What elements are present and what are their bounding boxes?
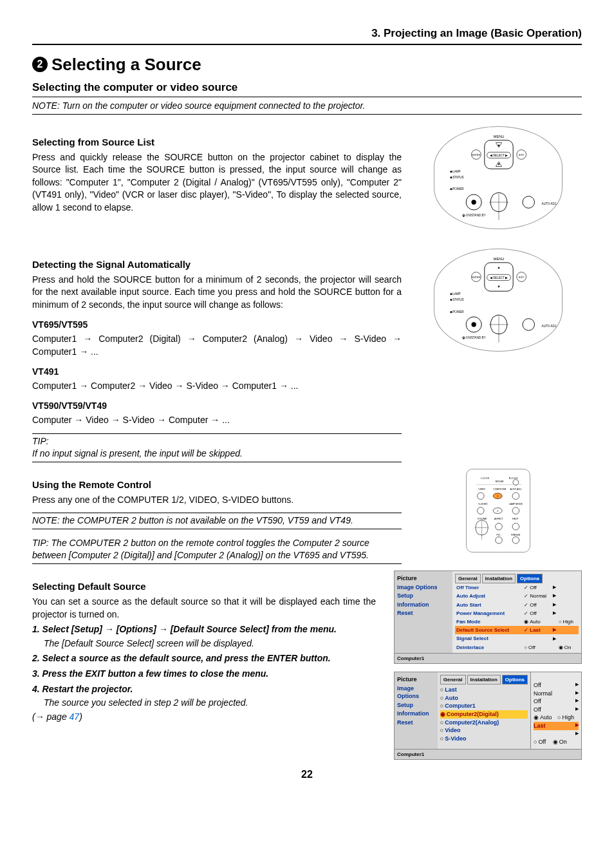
step-4-desc: The source you selected in step 2 will b… — [44, 697, 376, 710]
svg-text:L-CLICK: L-CLICK — [481, 477, 490, 480]
tab-installation[interactable]: Installation — [482, 574, 516, 583]
svg-text:◆STATUS: ◆STATUS — [450, 176, 464, 179]
svg-point-53 — [478, 507, 485, 514]
nav-reset-2[interactable]: Reset — [397, 719, 435, 727]
menu-screenshot-options: Picture Image Options Setup Information … — [394, 571, 582, 664]
opt-auto[interactable]: Auto — [440, 694, 528, 703]
label-menu: MENU — [494, 135, 504, 138]
step-2: 2. Select a source as the default source… — [32, 652, 376, 665]
opt-svideo[interactable]: S-Video — [440, 735, 528, 743]
svg-text:R-CLICK: R-CLICK — [509, 477, 519, 480]
svg-text:PIC.: PIC. — [496, 534, 501, 536]
svg-text:FREEZE: FREEZE — [511, 534, 521, 536]
svg-text:◆LAMP: ◆LAMP — [450, 292, 461, 295]
auto-detect-heading: Detecting the Signal Automatically — [32, 258, 402, 271]
page-ref: (→ page 47) — [32, 711, 376, 724]
svg-text:⏻ ON/STAND BY: ⏻ ON/STAND BY — [462, 214, 486, 217]
default-source-intro: You can set a source as the default sour… — [32, 596, 376, 621]
note-text: NOTE: Turn on the computer or video sour… — [32, 100, 582, 115]
svg-text:▲: ▲ — [497, 265, 501, 269]
section-number-badge: 2 — [32, 57, 48, 72]
opt-last[interactable]: Last — [440, 686, 528, 694]
nav-information-2[interactable]: Information — [397, 710, 435, 718]
chapter-header: 3. Projecting an Image (Basic Operation) — [32, 26, 582, 45]
nav-information[interactable]: Information — [397, 601, 450, 609]
opt-c2d[interactable]: Computer2(Digital) — [440, 710, 528, 719]
tab-options[interactable]: Options — [517, 574, 543, 583]
svg-point-66 — [496, 536, 503, 543]
nav-setup[interactable]: Setup — [397, 592, 450, 600]
svg-text:◀ SELECT ▶: ◀ SELECT ▶ — [490, 153, 508, 156]
svg-text:LAMP MODE: LAMP MODE — [509, 503, 523, 505]
svg-point-67 — [512, 536, 519, 543]
svg-text:AUTO ADJ.: AUTO ADJ. — [542, 324, 557, 327]
svg-text:COMPUTER: COMPUTER — [493, 488, 507, 491]
svg-text:EXIT: EXIT — [519, 153, 525, 156]
svg-text:HELP: HELP — [512, 518, 519, 520]
remote-body: Press any one of the COMPUTER 1/2, VIDEO… — [32, 494, 402, 507]
nav-image-options[interactable]: Image Options — [397, 583, 450, 592]
svg-text:◆STATUS: ◆STATUS — [450, 298, 464, 301]
nav-picture-2[interactable]: Picture — [397, 675, 435, 684]
remote-note: NOTE: the COMPUTER 2 button is not avail… — [32, 513, 402, 529]
model-vt695-heading: VT695/VT595 — [32, 319, 402, 332]
svg-text:▲: ▲ — [497, 143, 501, 147]
tip-box-1: TIP: If no input signal is present, the … — [32, 433, 402, 462]
svg-text:MENU: MENU — [494, 257, 504, 261]
svg-text:S-VIDEO: S-VIDEO — [478, 503, 488, 505]
page-number: 22 — [32, 768, 582, 782]
svg-text:VOLUME: VOLUME — [478, 518, 488, 520]
subsection-heading: Selecting the computer or video source — [32, 80, 582, 97]
svg-text:ENTER: ENTER — [472, 153, 481, 156]
main-title: 2 Selecting a Source — [32, 53, 582, 76]
svg-point-56 — [512, 507, 519, 514]
svg-text:MOUSE: MOUSE — [496, 480, 505, 483]
svg-text:◆POWER: ◆POWER — [450, 310, 464, 313]
menu-nav-2: Picture Image Options Setup Information … — [395, 672, 438, 749]
opt-video[interactable]: Video — [440, 726, 528, 735]
nav-image-options-2[interactable]: Image Options — [397, 684, 435, 701]
step-1-desc: The [Default Source Select] screen will … — [44, 637, 376, 650]
svg-point-37 — [523, 318, 535, 330]
svg-text:▼: ▼ — [497, 284, 501, 288]
tab-general[interactable]: General — [455, 574, 481, 583]
menu-footer-2: Computer1 — [395, 749, 581, 759]
svg-text:2: 2 — [497, 509, 499, 513]
remote-heading: Using the Remote Control — [32, 478, 402, 491]
svg-point-50 — [512, 493, 519, 500]
opt-c2a[interactable]: Computer2(Analog) — [440, 719, 528, 727]
source-list-heading: Selecting from Source List — [32, 135, 402, 149]
svg-text:AUTO ADJ.: AUTO ADJ. — [542, 202, 557, 205]
svg-text:VIDEO: VIDEO — [478, 488, 485, 491]
nav-reset[interactable]: Reset — [397, 609, 450, 618]
svg-text:EXIT: EXIT — [519, 276, 525, 278]
svg-text:▼: ▼ — [497, 162, 501, 165]
options-table: Off TimerOff Auto AdjustNormal Auto Star… — [455, 583, 579, 652]
svg-text:◆POWER: ◆POWER — [450, 187, 464, 191]
step-1: 1. Select [Setup] → [Options] → [Default… — [32, 623, 376, 636]
svg-point-13 — [471, 200, 476, 204]
auto-detect-body: Press and hold the SOURCE button for a m… — [32, 274, 402, 312]
model-vt491-heading: VT491 — [32, 366, 402, 379]
remote-control-diagram: L-CLICK R-CLICK MOUSE VIDEO COMPUTER AUT… — [466, 469, 530, 552]
menu-tabs: General Installation Options — [455, 572, 579, 583]
svg-point-62 — [496, 523, 503, 530]
model-vt695-seq: Computer1 → Computer2 (Digital) → Comput… — [32, 333, 402, 358]
source-list-body: Press and quickly release the SOURCE but… — [32, 151, 402, 214]
svg-text:◆LAMP: ◆LAMP — [450, 169, 461, 173]
remote-tip: TIP: The COMPUTER 2 button on the remote… — [32, 536, 402, 564]
menu-footer: Computer1 — [395, 653, 581, 663]
nav-setup-2[interactable]: Setup — [397, 701, 435, 710]
step-4: 4. Restart the projector. — [32, 683, 376, 696]
projector-panel-diagram-2: MENU ◀ SELECT ▶ ▲ ▼ ENTER EXIT ◆LAMP ◆ST… — [434, 249, 563, 352]
nav-picture[interactable]: Picture — [397, 574, 450, 583]
svg-point-33 — [471, 322, 476, 326]
svg-text:AUTO ADJ.: AUTO ADJ. — [510, 488, 522, 491]
opt-c1[interactable]: Computer1 — [440, 702, 528, 710]
menu-nav: Picture Image Options Setup Information … — [395, 571, 452, 653]
model-vt590-heading: VT590/VT59/VT49 — [32, 400, 402, 413]
svg-text:ASPECT: ASPECT — [494, 518, 504, 520]
svg-point-17 — [523, 196, 535, 208]
tip-text: If no input signal is present, the input… — [32, 448, 402, 460]
model-vt491-seq: Computer1 → Computer2 → Video → S-Video … — [32, 380, 402, 393]
